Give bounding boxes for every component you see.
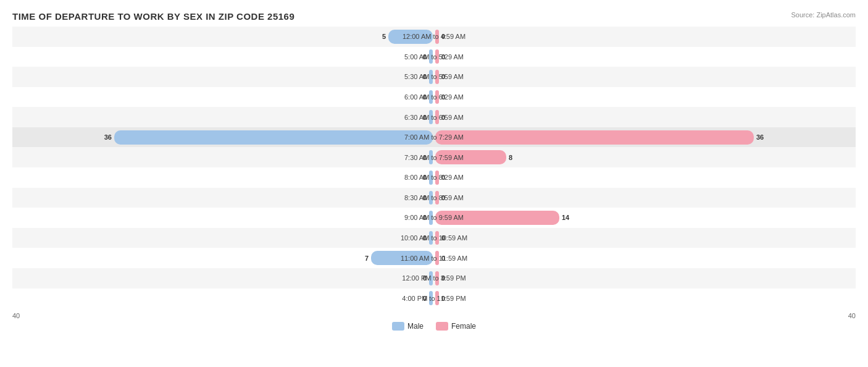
female-swatch — [436, 322, 448, 331]
time-label: 8:00 AM to 8:29 AM — [366, 174, 502, 181]
bar-row: 711:00 AM to 11:59 AM0 — [12, 248, 856, 268]
bar-row: 06:00 AM to 6:29 AM0 — [12, 87, 856, 108]
bar-row: 05:30 AM to 5:59 AM0 — [12, 67, 856, 87]
bar-row: 08:30 AM to 8:59 AM0 — [12, 188, 856, 208]
axis-bottom: 40 40 — [12, 310, 856, 319]
time-label: 5:30 AM to 5:59 AM — [366, 73, 502, 80]
female-label: Female — [451, 322, 476, 331]
bar-row: 512:00 AM to 4:59 AM0 — [12, 27, 856, 47]
bar-row: 012:00 PM to 3:59 PM0 — [12, 268, 856, 289]
female-outside-value: 36 — [756, 133, 764, 141]
bar-row: 05:00 AM to 5:29 AM0 — [12, 47, 856, 67]
bar-row: 04:00 PM to 11:59 PM0 — [12, 289, 856, 309]
time-label: 12:00 PM to 3:59 PM — [366, 274, 502, 282]
male-outside-value: 36 — [104, 133, 112, 141]
time-label: 6:00 AM to 6:29 AM — [366, 93, 502, 101]
axis-left-label: 40 — [12, 312, 20, 319]
time-label: 9:00 AM to 9:59 AM — [366, 214, 502, 221]
legend-female: Female — [436, 322, 476, 331]
legend-male: Male — [392, 322, 424, 331]
bar-row: 08:00 AM to 8:29 AM0 — [12, 167, 856, 188]
axis-right-label: 40 — [848, 312, 856, 319]
chart-title: TIME OF DEPARTURE TO WORK BY SEX IN ZIP … — [12, 11, 856, 22]
time-label: 7:30 AM to 7:59 AM — [366, 154, 502, 161]
female-outside-value: 14 — [562, 214, 569, 221]
rows-container: 512:00 AM to 4:59 AM005:00 AM to 5:29 AM… — [12, 27, 856, 308]
male-label: Male — [407, 322, 424, 331]
time-label: 10:00 AM to 10:59 AM — [366, 234, 502, 242]
time-label: 11:00 AM to 11:59 AM — [366, 255, 502, 262]
legend: Male Female — [12, 322, 856, 331]
time-label: 7:00 AM to 7:29 AM — [366, 133, 502, 141]
bar-row: 07:30 AM to 7:59 AM8 — [12, 147, 856, 167]
source-label: Source: ZipAtlas.com — [791, 11, 856, 19]
male-swatch — [392, 322, 404, 331]
bar-row: 367:00 AM to 7:29 AM36 — [12, 127, 856, 148]
time-label: 6:30 AM to 6:59 AM — [366, 114, 502, 121]
bar-row: 09:00 AM to 9:59 AM14 — [12, 208, 856, 228]
bar-row: 06:30 AM to 6:59 AM0 — [12, 107, 856, 127]
time-label: 4:00 PM to 11:59 PM — [366, 295, 502, 302]
time-label: 5:00 AM to 5:29 AM — [366, 53, 502, 61]
chart-container: TIME OF DEPARTURE TO WORK BY SEX IN ZIP … — [0, 0, 868, 367]
time-label: 8:30 AM to 8:59 AM — [366, 194, 502, 201]
time-label: 12:00 AM to 4:59 AM — [366, 33, 502, 40]
chart-area: 512:00 AM to 4:59 AM005:00 AM to 5:29 AM… — [12, 27, 856, 333]
bar-row: 010:00 AM to 10:59 AM0 — [12, 228, 856, 248]
female-outside-value: 8 — [509, 154, 512, 161]
